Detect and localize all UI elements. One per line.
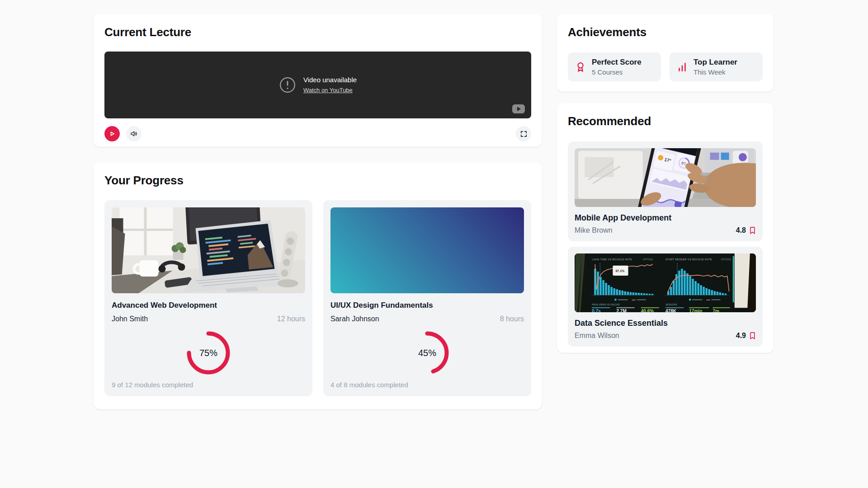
rating-value: 4.9 (736, 332, 746, 340)
progress-percent-label: 75% (199, 348, 217, 358)
bottom-left-title: PAGE VIEWS VS ONLOAD (592, 303, 620, 306)
progress-ring: 75% (112, 327, 305, 379)
rating-value: 4.8 (736, 226, 746, 235)
achievement-perfect-score: Perfect Score 5 Courses (568, 52, 661, 81)
analytics-dashboard-photo: LOAD TIME VS BOUNCE RATE OPTIONS (575, 253, 756, 312)
phone-in-hand-photo: Hey Balazs 17° 87 (575, 148, 756, 207)
bookmark-icon[interactable] (749, 226, 756, 235)
panel1-title: LOAD TIME VS BOUNCE RATE (592, 258, 632, 261)
progress-ring: 45% (330, 327, 524, 379)
stat-value: 7m (713, 309, 720, 312)
course-thumbnail (112, 207, 305, 293)
course-card-advanced-web-development[interactable]: Advanced Web Development John Smith 12 h… (104, 200, 312, 396)
panel2-options: OPTIONS (721, 258, 731, 261)
stat-value: 17min (689, 309, 702, 312)
course-list: Advanced Web Development John Smith 12 h… (104, 200, 531, 396)
youtube-play-triangle (517, 107, 521, 111)
course-duration: 8 hours (500, 315, 524, 323)
modules-completed-text: 9 of 12 modules completed (112, 381, 305, 389)
watch-on-youtube-link[interactable]: Watch on YouTube (303, 87, 353, 94)
stat-value: 2.7M (616, 309, 626, 312)
alert-circle-icon (279, 76, 296, 94)
achievement-top-learner: Top Learner This Week (670, 52, 763, 81)
course-title: Advanced Web Development (112, 301, 305, 310)
volume-button[interactable] (126, 126, 142, 141)
recommended-thumbnail: LOAD TIME VS BOUNCE RATE OPTIONS (575, 253, 756, 312)
fullscreen-icon (520, 130, 528, 138)
recommended-item-data-science-essentials[interactable]: LOAD TIME VS BOUNCE RATE OPTIONS (568, 247, 763, 347)
video-unavailable-message: Video unavailable Watch on YouTube (104, 52, 531, 118)
rating-group: 4.8 (736, 226, 756, 235)
your-progress-card: Your Progress (94, 162, 542, 409)
course-instructor: John Smith (112, 315, 148, 323)
volume-icon (130, 130, 138, 138)
recommended-author: Emma Wilson (575, 332, 619, 340)
current-lecture-card: Current Lecture Video unavailable Watch … (94, 14, 542, 147)
course-instructor: Sarah Johnson (330, 315, 379, 323)
panel2-title: START RENDER VS BOUNCE RATE (665, 258, 712, 261)
course-duration: 12 hours (277, 315, 305, 323)
course-title: UI/UX Design Fundamentals (330, 301, 524, 310)
recommended-author: Mike Brown (575, 226, 613, 235)
video-controls (104, 126, 531, 141)
achievements-title: Achievements (568, 25, 763, 40)
panel1-annotation: 87.1% (615, 269, 625, 272)
achievement-title: Perfect Score (592, 58, 642, 67)
achievement-title: Top Learner (693, 58, 737, 67)
modules-completed-text: 4 of 8 modules completed (330, 381, 524, 389)
current-lecture-title: Current Lecture (104, 25, 531, 40)
recommended-title: Recommended (568, 114, 763, 129)
video-unavailable-text: Video unavailable (303, 76, 357, 84)
stat-value: 0.7s (592, 309, 601, 312)
recommended-thumbnail: Hey Balazs 17° 87 (575, 148, 756, 207)
bookmark-icon[interactable] (749, 332, 756, 340)
recommended-item-mobile-app-development[interactable]: Hey Balazs 17° 87 (568, 141, 763, 241)
play-button[interactable] (104, 126, 120, 141)
progress-percent-label: 45% (418, 348, 436, 358)
video-player[interactable]: Video unavailable Watch on YouTube (104, 52, 531, 118)
achievement-list: Perfect Score 5 Courses Top Learner This… (568, 52, 763, 81)
achievements-card: Achievements Perfect Score 5 Courses Top… (557, 14, 774, 92)
recommended-course-title: Mobile App Development (575, 213, 756, 223)
stat-value: 40.6% (641, 309, 654, 312)
achievement-subtitle: 5 Courses (592, 68, 642, 76)
course-thumbnail (330, 207, 524, 293)
recommended-card: Recommended (557, 103, 774, 353)
fullscreen-button[interactable] (516, 126, 531, 141)
recommended-course-title: Data Science Essentials (575, 319, 756, 328)
bar-chart-icon (676, 61, 688, 73)
youtube-logo[interactable] (512, 104, 525, 113)
rating-group: 4.9 (736, 332, 756, 340)
bottom-right-title: SESSIONS (665, 303, 677, 306)
panel1-options: OPTIONS (643, 258, 653, 261)
stat-value: 478K (665, 309, 677, 312)
award-icon (575, 61, 586, 73)
laptop-code-photo (112, 207, 305, 293)
achievement-subtitle: This Week (693, 68, 737, 76)
your-progress-title: Your Progress (104, 173, 531, 188)
course-card-uiux-design-fundamentals[interactable]: UI/UX Design Fundamentals Sarah Johnson … (323, 200, 531, 396)
play-icon (108, 129, 117, 138)
